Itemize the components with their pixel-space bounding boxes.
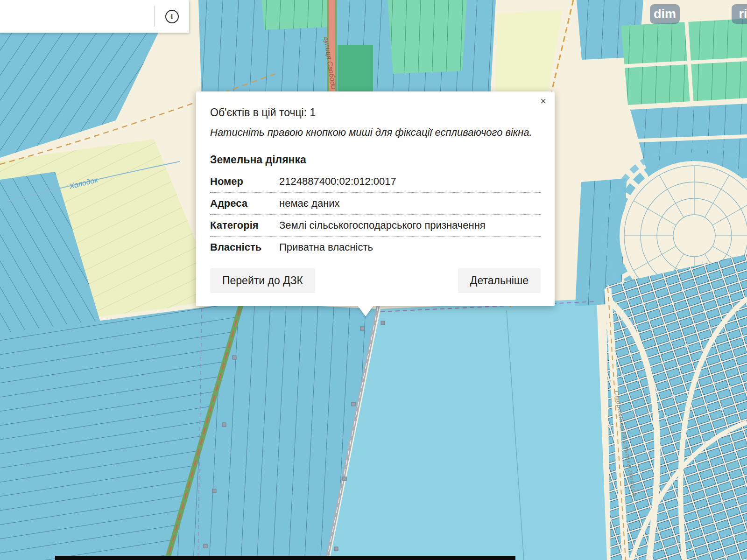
row-value: 2124887400:02:012:0017 (279, 175, 541, 188)
row-category: Категорія Землі сільськогосподарського п… (210, 215, 541, 237)
row-label: Власність (210, 241, 279, 253)
section-title: Земельна ділянка (210, 154, 541, 166)
row-label: Номер (210, 175, 279, 188)
close-icon[interactable]: × (540, 96, 546, 106)
row-label: Адреса (210, 197, 279, 210)
info-icon: i (165, 10, 179, 23)
row-ownership: Власність Приватна власність (210, 237, 541, 258)
objects-count-line: Об'єктів в цій точці: 1 (210, 106, 541, 119)
dim-logo-badge[interactable]: dim (650, 4, 680, 24)
ria-logo-badge[interactable]: ria (732, 4, 747, 24)
details-button[interactable]: Детальніше (458, 268, 541, 293)
parcel-attributes: Номер 2124887400:02:012:0017 Адреса нема… (210, 171, 541, 258)
dense-parcel-district (606, 254, 747, 560)
row-number: Номер 2124887400:02:012:0017 (210, 171, 541, 193)
popup-buttons: Перейти до ДЗК Детальніше (210, 268, 541, 293)
row-value: Землі сільськогосподарського призначення (279, 219, 541, 231)
info-button[interactable]: i (155, 0, 189, 33)
row-value: немає даних (279, 197, 541, 210)
row-address: Адреса немає даних (210, 193, 541, 215)
search-panel: i (0, 0, 189, 33)
bottom-bar (55, 556, 515, 560)
row-label: Категорія (210, 219, 279, 231)
map-info-popup: × Об'єктів в цій точці: 1 Натисніть прав… (196, 91, 555, 306)
row-value: Приватна власність (279, 241, 541, 253)
popup-pointer (358, 306, 374, 316)
goto-dzk-button[interactable]: Перейти до ДЗК (210, 268, 315, 293)
hint-line: Натисніть правою кнопкою миші для фіксац… (210, 126, 541, 139)
screen: вулиця Свободи Холодок Сторожницька сіль… (0, 0, 747, 560)
